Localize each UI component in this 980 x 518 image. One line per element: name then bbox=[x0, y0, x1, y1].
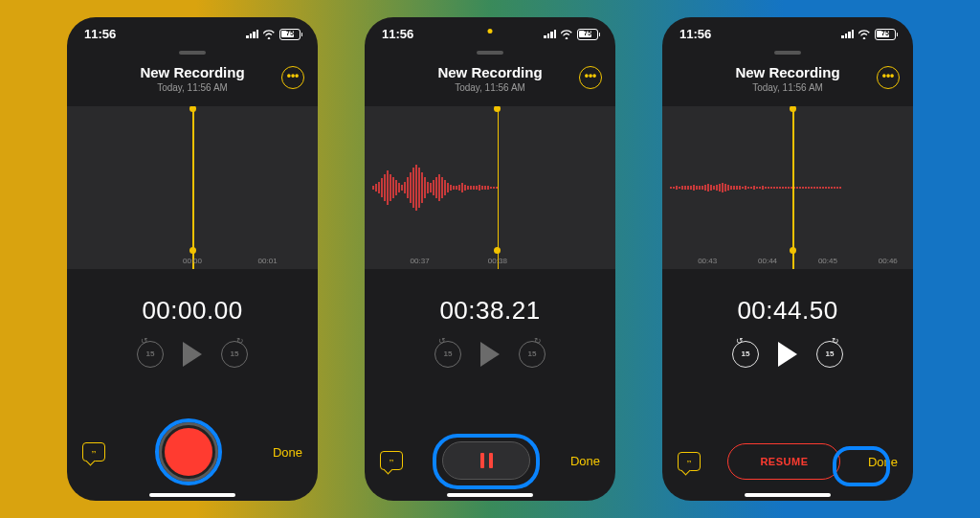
recording-indicator-icon bbox=[488, 29, 493, 34]
bottom-bar: ,,RESUME Done bbox=[662, 443, 913, 480]
status-time: 11:56 bbox=[84, 27, 116, 41]
home-indicator[interactable] bbox=[447, 493, 533, 497]
timeline-ticks: 00:3700:38 bbox=[365, 250, 615, 269]
done-wrap: Done bbox=[868, 453, 898, 470]
status-right: 75 bbox=[544, 29, 598, 40]
insert-marker-button[interactable]: ,, bbox=[678, 452, 701, 471]
skip-back-button[interactable]: ↺15 bbox=[732, 341, 759, 368]
status-time: 11:56 bbox=[679, 27, 711, 41]
recording-title[interactable]: New Recording bbox=[378, 64, 602, 80]
tick-label: 00:46 bbox=[879, 257, 898, 265]
recording-subtitle: Today, 11:56 AM bbox=[80, 82, 304, 93]
tick-label: 00:00 bbox=[183, 257, 202, 265]
playhead[interactable] bbox=[192, 106, 194, 269]
highlight-ring bbox=[833, 446, 890, 486]
highlight-ring bbox=[433, 434, 540, 489]
wifi-icon bbox=[858, 30, 871, 39]
home-indicator[interactable] bbox=[149, 493, 235, 497]
recording-header: New Recording Today, 11:56 AM ••• bbox=[662, 64, 913, 93]
sheet-grip[interactable] bbox=[477, 51, 503, 55]
skip-forward-button[interactable]: ↻15 bbox=[221, 341, 248, 368]
highlight-ring bbox=[155, 418, 222, 485]
tick-label: 00:01 bbox=[258, 257, 278, 265]
recording-title[interactable]: New Recording bbox=[80, 64, 304, 80]
timeline-ticks: 00:0000:01 bbox=[67, 250, 318, 269]
elapsed-time: 00:00.00 bbox=[67, 296, 318, 326]
done-button[interactable]: Done bbox=[570, 454, 600, 468]
elapsed-time: 00:44.50 bbox=[662, 296, 913, 326]
more-options-button[interactable]: ••• bbox=[579, 66, 602, 89]
record-button-wrap bbox=[161, 424, 216, 480]
bottom-bar: ,, Done bbox=[67, 424, 318, 480]
recording-subtitle: Today, 11:56 AM bbox=[676, 82, 900, 93]
recording-subtitle: Today, 11:56 AM bbox=[378, 82, 602, 93]
tick-label: 00:44 bbox=[758, 257, 777, 265]
waveform bbox=[365, 159, 615, 216]
signal-icon bbox=[246, 30, 258, 38]
status-right: 75 bbox=[246, 29, 301, 40]
sheet-grip[interactable] bbox=[774, 51, 801, 55]
insert-marker-button[interactable]: ,, bbox=[380, 451, 403, 470]
pause-button-wrap bbox=[442, 441, 530, 480]
tick-label: 00:38 bbox=[488, 257, 507, 265]
skip-forward-button[interactable]: ↻15 bbox=[816, 341, 843, 368]
recording-header: New Recording Today, 11:56 AM ••• bbox=[365, 64, 615, 93]
more-options-button[interactable]: ••• bbox=[877, 66, 900, 89]
done-button[interactable]: Done bbox=[273, 445, 302, 460]
battery-icon: 75 bbox=[577, 29, 598, 40]
playhead[interactable] bbox=[792, 106, 794, 269]
timeline-ticks: 00:4300:4400:4500:46 bbox=[662, 250, 913, 269]
play-button[interactable] bbox=[778, 342, 797, 367]
skip-back-button[interactable]: ↺15 bbox=[434, 341, 461, 368]
battery-icon: 75 bbox=[875, 29, 896, 40]
more-options-button[interactable]: ••• bbox=[281, 66, 304, 89]
status-right: 75 bbox=[841, 29, 896, 40]
sheet-grip[interactable] bbox=[179, 51, 206, 55]
resume-button[interactable]: RESUME bbox=[727, 443, 840, 480]
insert-marker-button[interactable]: ,, bbox=[82, 442, 105, 462]
play-button[interactable] bbox=[480, 342, 500, 367]
status-bar: 11:56 75 bbox=[67, 17, 318, 43]
wifi-icon bbox=[560, 30, 573, 39]
recording-title[interactable]: New Recording bbox=[676, 64, 900, 80]
done-wrap: Done bbox=[273, 443, 302, 461]
waveform-area[interactable]: 00:0000:01 bbox=[67, 106, 318, 269]
transport-controls: ↺15 ↻15 bbox=[365, 341, 615, 368]
recording-header: New Recording Today, 11:56 AM ••• bbox=[67, 64, 318, 93]
play-button[interactable] bbox=[183, 342, 202, 367]
battery-icon: 75 bbox=[279, 29, 301, 40]
done-wrap: Done bbox=[570, 452, 600, 469]
status-bar: 11:56 75 bbox=[662, 17, 913, 43]
wifi-icon bbox=[262, 30, 276, 39]
transport-controls: ↺15 ↻15 bbox=[67, 341, 318, 368]
waveform-area[interactable]: 00:4300:4400:4500:46 bbox=[662, 106, 913, 269]
signal-icon bbox=[841, 30, 854, 38]
home-indicator[interactable] bbox=[745, 493, 831, 497]
tick-label: 00:43 bbox=[698, 257, 717, 265]
bottom-bar: ,, Done bbox=[365, 441, 615, 480]
waveform-area[interactable]: 00:3700:38 bbox=[365, 106, 615, 269]
skip-back-button[interactable]: ↺15 bbox=[137, 341, 164, 368]
phone-3: 11:56 75 New Recording Today, 11:56 AM •… bbox=[662, 17, 913, 501]
elapsed-time: 00:38.21 bbox=[365, 296, 615, 326]
transport-controls: ↺15 ↻15 bbox=[662, 341, 913, 368]
phone-1: 11:56 75 New Recording Today, 11:56 AM •… bbox=[67, 17, 318, 501]
signal-icon bbox=[544, 30, 556, 38]
skip-forward-button[interactable]: ↻15 bbox=[519, 341, 546, 368]
status-time: 11:56 bbox=[382, 27, 413, 41]
playhead[interactable] bbox=[498, 106, 500, 269]
tick-label: 00:37 bbox=[411, 257, 430, 265]
tick-label: 00:45 bbox=[818, 257, 837, 265]
waveform bbox=[662, 159, 913, 216]
phone-2: 11:56 75 New Recording Today, 11:56 AM •… bbox=[365, 17, 615, 501]
